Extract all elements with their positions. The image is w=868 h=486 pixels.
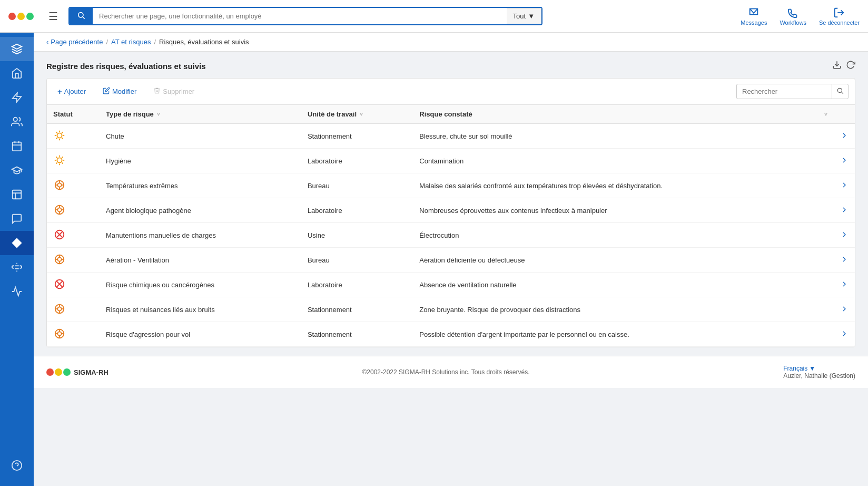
back-link[interactable]: ‹ Page précédente: [46, 38, 103, 46]
risque-cell: Blessure, chute sur sol mouillé: [413, 124, 834, 149]
status-icon: [53, 278, 66, 290]
table-search-button[interactable]: [832, 84, 848, 99]
table-search-input[interactable]: [737, 85, 832, 98]
svg-point-17: [57, 133, 62, 138]
sidebar-item-home[interactable]: [0, 61, 34, 85]
status-cell: [47, 322, 100, 347]
topbar-actions: Messages Workflows Se déconnecter: [741, 7, 860, 26]
unite-cell: Usine: [301, 223, 413, 248]
unite-cell: Stationnement: [301, 124, 413, 149]
search-icon-button[interactable]: [70, 8, 93, 24]
messages-button[interactable]: Messages: [741, 7, 767, 26]
edit-label: Modifier: [112, 88, 136, 95]
workflows-button[interactable]: Workflows: [780, 7, 806, 26]
menu-button[interactable]: ☰: [44, 8, 62, 25]
svg-line-25: [56, 138, 57, 139]
unite-cell: Laboratoire: [301, 198, 413, 223]
svg-point-36: [57, 183, 61, 187]
add-button[interactable]: + Ajouter: [53, 85, 90, 98]
workflows-label: Workflows: [780, 20, 806, 26]
logo-dot-yellow: [17, 13, 25, 20]
messages-label: Messages: [741, 20, 767, 26]
status-icon: [53, 179, 66, 191]
status-icon: [53, 129, 66, 142]
status-cell: [47, 223, 100, 248]
filter-type-icon[interactable]: ▿: [157, 111, 160, 118]
risque-cell: Malaise des salariés confronté aux tempé…: [413, 173, 834, 198]
chevron-down-icon: ▼: [528, 12, 535, 20]
row-detail-button[interactable]: [834, 273, 855, 297]
sidebar-item-chat[interactable]: [0, 207, 34, 231]
status-icon: [53, 228, 66, 241]
svg-marker-3: [12, 44, 22, 49]
risque-cell: Absence de ventilation naturelle: [413, 273, 834, 297]
back-label: Page précédente: [51, 38, 103, 46]
status-icon: [53, 327, 66, 340]
row-detail-button[interactable]: [834, 297, 855, 322]
edit-icon: [103, 87, 110, 96]
sidebar-item-people[interactable]: [0, 110, 34, 134]
footer-language[interactable]: Français ▼: [783, 365, 855, 372]
risque-cell: Zone bruyante. Risque de provoquer des d…: [413, 297, 834, 322]
sidebar-item-calendar[interactable]: [0, 134, 34, 158]
status-cell: [47, 297, 100, 322]
svg-line-31: [56, 157, 57, 158]
row-detail-button[interactable]: [834, 124, 855, 149]
download-button[interactable]: [832, 60, 842, 72]
svg-line-23: [62, 138, 63, 139]
search-filter-label: Tout: [513, 12, 526, 20]
footer-logo-dots: [46, 368, 71, 376]
row-detail-button[interactable]: [834, 198, 855, 223]
col-type: Type de risque ▿: [100, 105, 301, 124]
table-row: Chute Stationnement Blessure, chute sur …: [47, 124, 855, 149]
footer-lang-label: Français: [783, 365, 807, 372]
sidebar: [0, 33, 34, 486]
svg-line-1: [83, 17, 85, 19]
sidebar-item-graduation[interactable]: [0, 158, 34, 182]
svg-rect-6: [13, 142, 22, 151]
footer-user: Auzier, Nathalie (Gestion): [783, 372, 855, 380]
unite-cell: Stationnement: [301, 322, 413, 347]
sidebar-item-help[interactable]: [0, 453, 34, 478]
svg-point-66: [57, 332, 61, 335]
table-row: Hygiène Laboratoire Contamination: [47, 149, 855, 173]
type-cell: Manutentions manuelles de charges: [100, 223, 301, 248]
logout-button[interactable]: Se déconnecter: [819, 7, 860, 26]
breadcrumb-current: Risques, évaluations et suivis: [159, 38, 249, 46]
status-icon: [53, 253, 66, 266]
breadcrumb-separator-1: /: [106, 38, 108, 46]
row-detail-button[interactable]: [834, 173, 855, 198]
row-detail-button[interactable]: [834, 223, 855, 248]
sidebar-item-chart[interactable]: [0, 182, 34, 207]
breadcrumb-at-risques[interactable]: AT et risques: [111, 38, 151, 46]
sidebar-item-linechart[interactable]: [0, 279, 34, 304]
sidebar-item-layers[interactable]: [0, 37, 34, 61]
type-cell: Chute: [100, 124, 301, 149]
col-statut: Statut: [47, 105, 100, 124]
main-content: ‹ Page précédente / AT et risques / Risq…: [34, 33, 868, 486]
svg-point-0: [78, 12, 83, 17]
sidebar-item-lightning[interactable]: [0, 85, 34, 110]
row-detail-button[interactable]: [834, 248, 855, 273]
filter-unite-icon[interactable]: ▿: [360, 111, 363, 118]
svg-point-5: [14, 118, 17, 121]
risque-cell: Nombreuses éprouvettes aux contenus infe…: [413, 198, 834, 223]
row-detail-button[interactable]: [834, 149, 855, 173]
search-input[interactable]: [93, 8, 507, 24]
svg-point-26: [57, 158, 62, 162]
refresh-button[interactable]: [846, 60, 855, 72]
footer-dot-red: [46, 368, 54, 376]
sidebar-item-diamond[interactable]: [0, 231, 34, 255]
logo: [8, 13, 34, 20]
svg-marker-4: [13, 93, 22, 102]
risks-table: Statut Type de risque ▿ Unité de travail: [47, 105, 855, 347]
table-row: Agent biologique pathogène Laboratoire N…: [47, 198, 855, 223]
sidebar-item-handshake[interactable]: [0, 255, 34, 279]
search-filter-dropdown[interactable]: Tout ▼: [507, 8, 541, 24]
delete-button[interactable]: Supprimer: [149, 85, 199, 98]
edit-button[interactable]: Modifier: [98, 85, 141, 98]
row-detail-button[interactable]: [834, 322, 855, 347]
svg-point-51: [57, 257, 61, 261]
filter-risque-icon[interactable]: ▿: [824, 111, 827, 118]
status-icon: [53, 154, 66, 167]
